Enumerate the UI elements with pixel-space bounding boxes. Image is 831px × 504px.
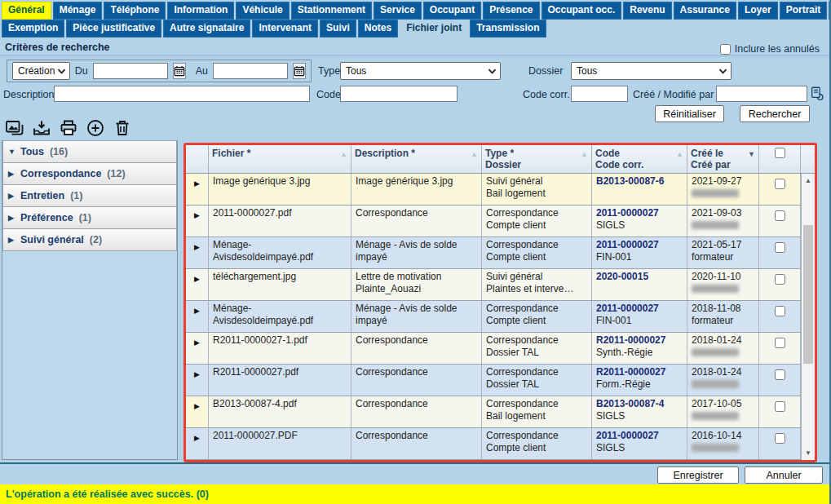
scroll-up-icon[interactable]: ▲ [802,174,815,188]
table-scrollbar[interactable]: ▲ ▼ [801,174,815,460]
file-cell: B2013-00087-4.pdf [209,396,351,427]
header-cree[interactable]: Créé leCréé par▼ [687,145,759,173]
calendar-from-button[interactable] [173,63,186,79]
tab-menage[interactable]: Ménage [53,2,103,20]
row-expander-icon[interactable]: ▶ [186,333,209,364]
table-row[interactable]: ▶2011-0000027.PDFCorrespondanceCorrespon… [186,428,801,460]
triangle-collapsed-icon[interactable]: ▶ [8,236,20,244]
table-row[interactable]: ▶R2011-0000027.pdfCorrespondanceCorrespo… [186,365,801,396]
tab-intervenant[interactable]: Intervenant [252,20,318,38]
row-expander-icon[interactable]: ▶ [186,269,209,300]
tab-transmission[interactable]: Transmission [470,20,546,38]
export-image-icon[interactable] [5,118,24,138]
row-checkbox[interactable] [775,369,785,380]
add-icon[interactable] [86,118,105,138]
tab-occupant[interactable]: Occupant [423,2,481,20]
sidebar-item-tous[interactable]: ▼Tous(16) [2,140,177,163]
date-from-input[interactable] [93,63,168,79]
row-checkbox[interactable] [775,433,785,444]
tab-information[interactable]: Information [167,2,234,20]
sidebar-item-correspondance[interactable]: ▶Correspondance(12) [2,162,177,185]
row-checkbox[interactable] [775,179,785,189]
tab-autre-signataire[interactable]: Autre signataire [163,20,250,38]
tab-fichier-joint[interactable]: Fichier joint [400,20,468,38]
row-checkbox[interactable] [775,306,785,316]
row-checkbox-cell [759,428,801,459]
tab-portrait[interactable]: Portrait [780,2,828,20]
print-icon[interactable] [59,118,78,138]
code-corr-input[interactable] [571,86,628,102]
row-checkbox-cell [759,269,801,300]
row-expander-icon[interactable]: ▶ [186,365,209,396]
table-row[interactable]: ▶téléchargement.jpgLettre de motivation … [186,269,801,301]
table-row[interactable]: ▶R2011-0000027-1.pdfCorrespondanceCorres… [186,333,801,365]
import-file-icon[interactable] [32,118,51,138]
row-expander-icon[interactable]: ▶ [186,301,209,332]
row-expander-icon[interactable]: ▶ [186,396,209,427]
header-code[interactable]: CodeCode corr.▲ [592,145,687,173]
dossier-select[interactable]: Tous [571,62,732,80]
delete-icon[interactable] [113,118,132,138]
row-checkbox[interactable] [775,242,785,253]
row-checkbox[interactable] [775,210,785,221]
tab-general[interactable]: Général [2,2,51,20]
header-fichier[interactable]: Fichier *▲ [209,145,351,173]
select-all-checkbox[interactable] [775,148,785,158]
include-cancelled-checkbox[interactable]: Inclure les annulés [720,43,820,55]
header-type-dossier[interactable]: Type *Dossier▲ [482,145,592,173]
table-row[interactable]: ▶2011-0000027.pdfCorrespondanceCorrespon… [186,206,801,237]
redacted-username [692,412,739,420]
created-by-input[interactable] [716,86,807,102]
tab-assurance[interactable]: Assurance [674,2,736,20]
row-expander-icon[interactable]: ▶ [186,428,209,459]
tab-revenu[interactable]: Revenu [623,2,671,20]
tab-service[interactable]: Service [374,2,422,20]
tab-vehicule[interactable]: Véhicule [236,2,289,20]
row-expander-icon[interactable]: ▶ [186,237,209,268]
user-lookup-button[interactable] [810,85,826,101]
row-checkbox[interactable] [775,338,785,348]
date-type-select[interactable]: Création [12,62,70,80]
triangle-collapsed-icon[interactable]: ▶ [8,214,20,222]
reset-button[interactable]: Réinitialiser [655,105,724,122]
table-row[interactable]: ▶Image générique 3.jpgImage générique 3.… [186,174,801,206]
row-checkbox-cell [759,333,801,364]
triangle-collapsed-icon[interactable]: ▶ [8,170,20,178]
table-row[interactable]: ▶Ménage-Avisdesoldeimpayé.pdfMénage - Av… [186,237,801,269]
search-button[interactable]: Rechercher [740,105,810,122]
tab-notes[interactable]: Notes [358,20,398,38]
table-row[interactable]: ▶B2013-00087-4.pdfCorrespondanceCorrespo… [186,396,801,428]
scrollbar-thumb[interactable] [803,225,813,364]
triangle-collapsed-icon[interactable]: ▶ [8,192,20,200]
tab-telephone[interactable]: Téléphone [104,2,166,20]
row-checkbox[interactable] [775,401,785,412]
date-to-input[interactable] [213,63,288,79]
sidebar-item-entretien[interactable]: ▶Entretien(1) [2,184,177,207]
tab-occupant-occ[interactable]: Occupant occ. [541,2,622,20]
sidebar-item-preference[interactable]: ▶Préférence(1) [2,206,177,229]
code-label: Code [316,89,341,100]
sidebar-item-suivi-general[interactable]: ▶Suivi général(2) [2,228,177,251]
save-button[interactable]: Enregistrer [657,466,739,484]
sidebar-item-count: (1) [70,190,82,201]
table-row[interactable]: ▶Ménage-Avisdesoldeimpayé.pdfMénage - Av… [186,301,801,333]
row-expander-icon[interactable]: ▶ [186,206,209,237]
calendar-to-button[interactable] [293,63,306,79]
tab-stationnement[interactable]: Stationnement [291,2,372,20]
include-cancelled-input[interactable] [720,44,731,55]
tab-suivi[interactable]: Suivi [320,20,356,38]
triangle-expanded-icon[interactable]: ▼ [8,148,20,156]
tab-loyer[interactable]: Loyer [738,2,778,20]
sidebar-item-label: Correspondance [20,168,101,179]
code-input[interactable] [340,86,457,102]
tab-exemption[interactable]: Exemption [2,20,64,38]
type-select[interactable]: Tous [340,62,501,80]
cancel-button[interactable]: Annuler [745,466,823,484]
tab-piece-justificative[interactable]: Pièce justificative [66,20,161,38]
tab-presence[interactable]: Présence [483,2,539,20]
header-description[interactable]: Description *▲ [351,145,482,173]
row-expander-icon[interactable]: ▶ [186,174,209,205]
row-checkbox[interactable] [775,274,785,285]
scroll-down-icon[interactable]: ▼ [802,446,815,460]
description-input[interactable] [54,86,310,102]
